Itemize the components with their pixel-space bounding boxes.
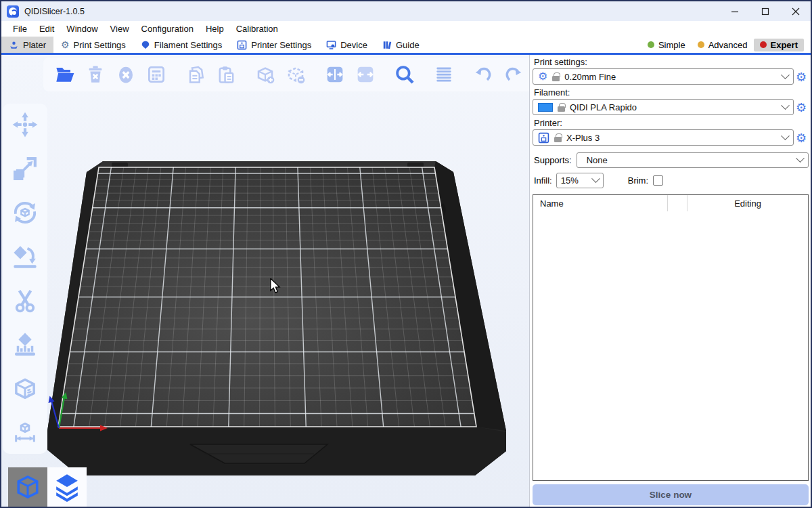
menu-configuration[interactable]: Configuration [135, 24, 200, 34]
redo-icon[interactable] [501, 62, 526, 87]
chevron-down-icon [781, 131, 790, 140]
filament-combo[interactable]: QIDI PLA Rapido [533, 99, 794, 115]
left-toolbar [3, 104, 47, 454]
filament-label: Filament: [534, 87, 809, 98]
view-mode-toggles [8, 467, 87, 507]
tab-filament-settings[interactable]: Filament Settings [133, 37, 229, 53]
chevron-down-icon [781, 70, 790, 79]
close-button[interactable] [780, 1, 811, 21]
brim-checkbox[interactable] [653, 175, 663, 186]
column-extruder [667, 195, 687, 211]
print-settings-combo[interactable]: ⚙ 0.20mm Fine [533, 68, 794, 85]
print-bed[interactable] [1, 55, 530, 507]
chevron-down-icon [591, 174, 600, 183]
maximize-button[interactable] [750, 1, 780, 21]
print-settings-value: 0.20mm Fine [564, 72, 616, 82]
edit-printer-button[interactable]: ⚙ [794, 131, 809, 145]
menu-edit[interactable]: Edit [33, 24, 60, 34]
printer-combo[interactable]: X-Plus 3 [533, 129, 794, 146]
chevron-down-icon [796, 154, 805, 163]
supports-label: Supports: [534, 155, 572, 165]
menu-view[interactable]: View [104, 24, 135, 34]
copy-icon[interactable] [183, 62, 208, 87]
open-folder-icon[interactable] [53, 62, 77, 87]
infill-combo[interactable]: 15% [556, 173, 604, 188]
3d-editor-view-icon[interactable] [8, 467, 47, 507]
device-icon [326, 40, 336, 50]
edit-filament-button[interactable]: ⚙ [794, 100, 809, 114]
delete-icon[interactable] [83, 62, 108, 87]
tab-device[interactable]: Device [319, 37, 375, 53]
slice-now-button[interactable]: Slice now [533, 484, 809, 505]
tab-plater[interactable]: Plater [1, 37, 53, 53]
cut-icon[interactable] [10, 286, 40, 316]
top-toolbar [43, 58, 530, 91]
menu-calibration[interactable]: Calibration [230, 24, 284, 34]
printer-icon [538, 132, 549, 144]
seam-painting-icon[interactable] [10, 374, 40, 404]
object-list: Name Editing [533, 194, 809, 481]
guide-icon [382, 40, 392, 50]
filament-settings-icon [141, 40, 150, 50]
lock-icon [558, 106, 565, 112]
printer-settings-icon [237, 40, 247, 50]
mode-advanced[interactable]: Advanced [692, 39, 754, 51]
variable-layer-height-icon[interactable] [432, 62, 456, 87]
mode-simple[interactable]: Simple [641, 39, 692, 51]
printer-label: Printer: [534, 118, 809, 128]
filament-color-swatch [538, 103, 553, 112]
print-settings-gear-icon: ⚙ [61, 40, 70, 49]
filament-value: QIDI PLA Rapido [570, 102, 637, 112]
app-logo-icon [7, 5, 19, 18]
lock-icon [554, 137, 562, 142]
column-name: Name [533, 198, 667, 209]
viewport-3d[interactable] [1, 55, 530, 507]
delete-all-icon[interactable] [114, 62, 138, 87]
move-icon[interactable] [10, 110, 40, 140]
split-to-objects-icon[interactable] [323, 62, 347, 87]
undo-icon[interactable] [471, 62, 495, 87]
paste-icon[interactable] [214, 62, 238, 87]
arrange-icon[interactable] [144, 62, 168, 87]
place-on-face-icon[interactable] [10, 242, 40, 272]
remove-instance-icon[interactable] [284, 62, 308, 87]
app-window: QIDISlicer-1.0.5 File Edit Window View C… [0, 0, 812, 508]
tab-guide[interactable]: Guide [375, 37, 427, 53]
measure-icon[interactable] [10, 418, 40, 448]
edit-print-settings-button[interactable]: ⚙ [794, 70, 809, 84]
object-list-body[interactable] [533, 211, 808, 480]
paint-supports-icon[interactable] [10, 330, 40, 360]
window-title: QIDISlicer-1.0.5 [24, 7, 85, 16]
add-instance-icon[interactable] [253, 62, 277, 87]
print-settings-label: Print settings: [534, 57, 809, 67]
lock-icon [552, 76, 560, 81]
preset-gear-icon: ⚙ [538, 71, 547, 82]
infill-value: 15% [561, 175, 579, 186]
mode-expert[interactable]: Expert [754, 39, 804, 51]
menu-file[interactable]: File [7, 24, 33, 34]
menu-help[interactable]: Help [200, 24, 230, 34]
split-to-parts-icon[interactable] [353, 62, 378, 87]
supports-value: None [582, 155, 608, 165]
infill-label: Infill: [534, 175, 552, 186]
simple-dot-icon [648, 41, 654, 48]
tab-print-settings[interactable]: ⚙ Print Settings [53, 37, 133, 53]
supports-combo[interactable]: None [577, 152, 809, 168]
menu-bar: File Edit Window View Configuration Help… [1, 21, 811, 37]
menu-window[interactable]: Window [60, 24, 104, 34]
tab-printer-settings[interactable]: Printer Settings [229, 37, 319, 53]
rotate-icon[interactable] [10, 198, 40, 228]
search-icon[interactable] [392, 62, 417, 87]
object-list-header: Name Editing [533, 195, 808, 211]
printer-value: X-Plus 3 [566, 133, 600, 143]
title-bar: QIDISlicer-1.0.5 [1, 1, 811, 21]
chevron-down-icon [781, 101, 790, 110]
minimize-button[interactable] [719, 1, 750, 21]
scale-icon[interactable] [10, 154, 40, 184]
expert-dot-icon [760, 41, 767, 48]
mode-switcher: Simple Advanced Expert [641, 37, 811, 53]
advanced-dot-icon [698, 41, 704, 48]
plater-icon [9, 40, 19, 50]
column-editing: Editing [687, 198, 808, 209]
preview-layers-view-icon[interactable] [47, 467, 87, 507]
